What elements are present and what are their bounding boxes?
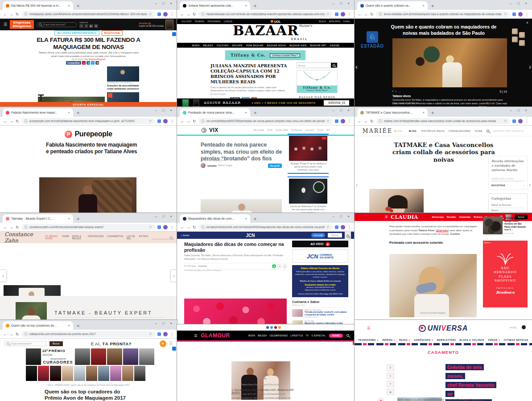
nav-bridal-guide[interactable]: CZ BRIDAL GUIDE <box>45 235 59 240</box>
back-icon[interactable]: ← <box>180 12 184 16</box>
browser-tab[interactable]: Juliana Manzini apresenta cole...× <box>180 1 250 10</box>
sidebar-video-thumb-2[interactable] <box>107 92 139 103</box>
article-author[interactable]: Por Barbara Bigarelli <box>85 58 105 61</box>
email-input[interactable]: INSIRA SEU E-MAIL <box>491 178 524 181</box>
twitter-icon[interactable]: t <box>283 264 287 268</box>
nav-videos[interactable]: VÍDEOS ∨ <box>488 339 500 341</box>
nav-lifestyle[interactable]: LIFESTYLE <box>290 335 303 337</box>
browser-tab[interactable]: Maquiadores dão dicas de com...× <box>180 214 250 223</box>
twitter-share-button[interactable]: t <box>91 61 95 65</box>
new-tab-button[interactable]: + <box>431 110 434 115</box>
menu-dots-icon[interactable]: ⋮ <box>170 332 174 336</box>
close-tab-icon[interactable]: × <box>422 110 425 115</box>
profile-avatar[interactable] <box>341 225 345 229</box>
uol-batepapo[interactable]: BATE-PAPO <box>329 20 340 23</box>
nav-transforma[interactable]: TRANSFORMA ∨ <box>358 339 379 341</box>
subscribe-block[interactable]: Assine jáA partir de R$ 9,90 mensais <box>139 20 173 29</box>
purepeople-logo[interactable]: P Purepeople <box>0 130 177 138</box>
site-info-icon[interactable]: ⓘ <box>379 12 382 16</box>
author-handle[interactable]: tatmake <box>207 164 217 167</box>
translate-icon[interactable] <box>172 347 176 351</box>
facebook-icon[interactable] <box>266 326 269 329</box>
uol-email[interactable]: E-MAIL <box>343 20 350 23</box>
nav-pop[interactable]: POP <box>268 129 273 131</box>
gplus-icon[interactable]: g+ <box>89 24 93 28</box>
window-controls[interactable]: – □ × <box>155 108 174 112</box>
site-info-icon[interactable]: ⓘ <box>202 225 205 229</box>
tiffany-cta[interactable]: Conheça a Coleção Tiffany T <box>297 90 337 91</box>
search-field[interactable] <box>152 236 173 239</box>
close-tab-icon[interactable]: × <box>68 323 70 327</box>
window-controls[interactable]: – □ × <box>333 214 352 218</box>
assine-button[interactable]: ASSINE <box>329 334 343 338</box>
bookmark-star-icon[interactable]: ☆ <box>326 12 330 16</box>
extension-icon[interactable] <box>512 119 516 123</box>
reload-icon[interactable]: ↻ <box>16 12 19 16</box>
nav-assine[interactable]: ASSINE <box>330 44 339 47</box>
window-controls[interactable]: – □ × <box>333 108 352 112</box>
browser-tab[interactable]: Tatmake - Beauty Expert | C...× <box>3 214 73 223</box>
mariee-logo[interactable]: MARIÉE <box>363 128 392 134</box>
profile-avatar[interactable] <box>518 12 523 16</box>
extension-icon[interactable] <box>157 225 161 229</box>
forward-icon[interactable]: → <box>186 225 190 229</box>
prev-slide-arrow[interactable]: ‹ <box>355 63 358 70</box>
more-icon[interactable]: … <box>398 90 401 93</box>
author-avatar[interactable] <box>201 163 206 168</box>
section-title[interactable]: Culinária e Sabor <box>292 300 348 304</box>
submit-arrow-icon[interactable]: › <box>524 184 524 187</box>
category-item[interactable]: Mariée for Business <box>491 202 524 208</box>
profile-avatar[interactable] <box>518 119 523 123</box>
nav-humana[interactable]: HUMANA <box>291 129 302 131</box>
translate-icon[interactable] <box>172 32 176 36</box>
new-tab-button[interactable]: + <box>77 110 79 115</box>
window-controls[interactable]: – □ × <box>155 214 174 218</box>
new-tab-button[interactable]: + <box>254 3 256 8</box>
reload-icon[interactable]: ↻ <box>193 12 196 16</box>
nav-moda[interactable]: MODA <box>248 335 256 337</box>
facebook-share[interactable]: f <box>387 364 394 371</box>
nav-home[interactable]: HOME <box>62 235 70 240</box>
extension-icon[interactable] <box>157 119 161 123</box>
search-icon[interactable] <box>346 334 349 337</box>
url-field[interactable]: ⓘeaitapronta.com.br/curadores-do-premio-… <box>21 331 155 337</box>
tiffany-sidebar-ad[interactable]: Tiffany & Co. Conheça a Coleção Tiffany … <box>297 70 338 93</box>
back-icon[interactable]: ← <box>3 12 7 16</box>
forward-icon[interactable]: → <box>186 119 190 123</box>
facebook-icon[interactable]: f <box>79 24 83 28</box>
search-placeholder[interactable]: BUSCAR POR ASSUNTO <box>493 130 524 132</box>
menu-dots-icon[interactable]: ⋮ <box>525 12 529 16</box>
close-tab-icon[interactable]: × <box>245 4 247 8</box>
shopping-ad[interactable]: Anúncio SÃOBERNARDOPLAZASHOPPING PATROCÍ… <box>483 241 528 307</box>
close-lightbox-icon[interactable]: × <box>526 20 528 25</box>
forward-icon[interactable]: → <box>9 332 13 336</box>
tag-maquiagem[interactable]: MAQUIAGEM <box>102 30 123 36</box>
sidebar-card-malevola[interactable]: Combo de “Malévola 2” no Cinépolis tem a… <box>288 176 329 213</box>
bookmark-star-icon[interactable]: ☆ <box>326 225 330 229</box>
nav-gespecial[interactable]: G.ESPECIAL <box>311 335 326 337</box>
browser-tab[interactable]: Fabiula Nascimento teve maqui...× <box>3 108 73 117</box>
url-field[interactable]: ⓘrevistapegn.globo.com/Mulheres-empreend… <box>21 11 155 17</box>
new-tab-button[interactable]: + <box>77 3 79 8</box>
forward-icon[interactable]: → <box>186 12 190 16</box>
nav-inspiracoes[interactable]: INSPIRAÇÕES <box>88 235 104 240</box>
new-tab-button[interactable]: + <box>254 216 256 221</box>
search-input[interactable]: O que você procura? <box>4 341 47 346</box>
search-button[interactable] <box>345 230 351 240</box>
breadcrumb[interactable]: Home > PRÊMIO AVON > Quem são os top cur… <box>0 384 177 386</box>
profile-avatar[interactable] <box>163 12 168 16</box>
uol-link[interactable]: PAGBANK <box>195 20 204 23</box>
extension-icon[interactable] <box>335 12 338 16</box>
forward-icon[interactable]: → <box>9 119 13 123</box>
sidebar-video-thumb[interactable] <box>107 66 139 82</box>
site-logo[interactable]: E AÍ, TÁ PRONTA? <box>91 341 132 346</box>
close-tab-icon[interactable]: × <box>68 110 70 115</box>
reload-icon[interactable]: ↻ <box>193 119 196 123</box>
nav-horoscopo[interactable]: HORÓSCOPO ∨ <box>414 339 433 341</box>
back-icon[interactable]: ← <box>3 225 7 229</box>
twitter-share[interactable]: t <box>387 372 394 379</box>
reload-icon[interactable]: ↻ <box>16 332 19 336</box>
url-field[interactable]: ⓘpurepeople.com.br/noticia/fabiula-nasci… <box>21 118 155 124</box>
nav-casamentos[interactable]: CASAMENTOS <box>107 235 123 240</box>
site-info-icon[interactable]: ⓘ <box>25 12 28 16</box>
